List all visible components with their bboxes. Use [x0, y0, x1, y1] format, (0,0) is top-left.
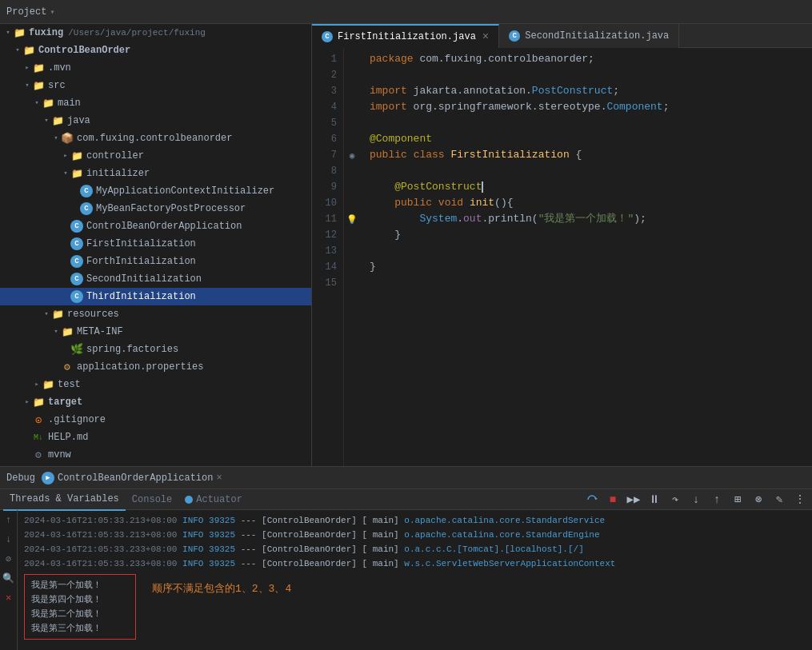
- arrow-initializer: [61, 169, 70, 178]
- tree-item-fuxing[interactable]: fuxing /Users/java/project/fuxing: [0, 24, 311, 42]
- session-icon: ▶: [42, 472, 54, 485]
- tree-label-gitignore: .gitignore: [48, 414, 106, 425]
- tree-item-initializer[interactable]: initializer: [0, 165, 311, 182]
- more-btn[interactable]: ⋮: [791, 491, 809, 508]
- code-line-15: [370, 275, 812, 291]
- editor-tab-bar: C FirstInitialization.java × C SecondIni…: [312, 24, 812, 48]
- editor-panel: C FirstInitialization.java × C SecondIni…: [312, 24, 812, 466]
- side-icon-down[interactable]: ↓: [2, 532, 16, 547]
- mvnw-icon: ⚙: [32, 449, 45, 461]
- tree-item-package[interactable]: 📦 com.fuxing.controlbeanorder: [0, 130, 311, 147]
- pause-btn[interactable]: ⏸: [646, 491, 663, 508]
- debug-tab-actuator[interactable]: Actuator: [178, 488, 249, 511]
- step-into-btn[interactable]: ↓: [687, 491, 705, 508]
- step-out-btn[interactable]: ↑: [708, 491, 726, 508]
- mute-btn[interactable]: ⊗: [750, 491, 767, 508]
- folder-icon-test: [42, 378, 54, 391]
- side-icon-clear[interactable]: ⊘: [2, 552, 16, 566]
- tree-label-META-INF: META-INF: [77, 326, 123, 337]
- debug-tab-console[interactable]: Console: [126, 488, 178, 511]
- session-close-btn[interactable]: ×: [216, 473, 222, 484]
- rerun-btn[interactable]: [583, 491, 601, 508]
- side-icon-filter[interactable]: 🔍: [2, 571, 16, 585]
- tree-label-main: main: [58, 98, 81, 109]
- tree-item-java[interactable]: java: [0, 112, 311, 130]
- tree-item-target[interactable]: target: [0, 393, 311, 411]
- bulb-icon[interactable]: 💡: [346, 214, 358, 225]
- settings-btn[interactable]: ✎: [770, 491, 788, 508]
- tree-item-SecondInitialization[interactable]: C SecondInitialization: [0, 270, 311, 288]
- tree-item-spring-factories[interactable]: 🌿 spring.factories: [0, 341, 311, 358]
- arrow-fuxing: [3, 28, 13, 38]
- tree-item-FirstInitialization[interactable]: C FirstInitialization: [0, 235, 311, 253]
- arrow-mvn: [22, 63, 32, 73]
- class-icon-MyBeanFactoryPostProcessor: C: [80, 202, 93, 215]
- side-icon-up[interactable]: ↑: [2, 513, 16, 528]
- tree-label-initializer: initializer: [86, 168, 150, 179]
- arrow-leaf6: [61, 274, 70, 284]
- tree-item-MyBeanFactoryPostProcessor[interactable]: C MyBeanFactoryPostProcessor: [0, 200, 311, 217]
- tree-item-HELP[interactable]: M↓ HELP.md: [0, 429, 311, 446]
- tab-close-1[interactable]: ×: [482, 31, 489, 42]
- folder-icon-src: [32, 79, 45, 92]
- arrow-resources: [42, 309, 51, 319]
- project-label[interactable]: Project: [6, 6, 46, 18]
- tree-item-mvn[interactable]: .mvn: [0, 59, 311, 77]
- code-content[interactable]: package com.fuxing.controlbeanorder; imp…: [360, 48, 812, 466]
- tree-label-mvnw: mvnw: [48, 449, 71, 461]
- arrow-leaf12: [22, 450, 32, 460]
- main-layout: fuxing /Users/java/project/fuxing Contro…: [0, 24, 812, 650]
- tree-item-META-INF[interactable]: META-INF: [0, 323, 311, 341]
- class-icon-FirstInitialization: C: [70, 237, 83, 250]
- step-over-btn[interactable]: ↷: [666, 491, 684, 508]
- tree-label-spring-factories: spring.factories: [86, 344, 178, 355]
- tree-item-resources[interactable]: resources: [0, 305, 311, 323]
- tree-item-main[interactable]: main: [0, 94, 311, 112]
- note-container: 顺序不满足包含的1、2、3、4: [152, 574, 291, 596]
- tree-item-gitignore[interactable]: ⊙ .gitignore: [0, 411, 311, 429]
- tree-item-src[interactable]: src: [0, 77, 311, 94]
- folder-icon-main: [42, 97, 54, 110]
- spring-icon: 🌿: [70, 343, 83, 356]
- tree-item-controlbeanorder[interactable]: ControlBeanOrder: [0, 42, 311, 59]
- code-area: 1 2 3 4 5 6 7 8 9 10 11 12 13 14 15: [312, 48, 812, 466]
- tree-item-mvnw[interactable]: ⚙ mvnw: [0, 446, 311, 464]
- arrow-main: [32, 98, 42, 108]
- class-icon-ControlBeanOrderApplication: C: [70, 220, 83, 233]
- resume-btn[interactable]: ▶▶: [625, 491, 642, 508]
- debug-toolbar: ■ ▶▶ ⏸ ↷ ↓ ↑ ⊞ ⊗ ✎ ⋮: [583, 491, 809, 508]
- debug-tab-console-label: Console: [132, 494, 172, 505]
- tree-item-application-properties[interactable]: ⚙ application.properties: [0, 358, 311, 376]
- console-output-area: 2024-03-16T21:05:33.213+08:00 INFO 39325…: [18, 510, 812, 650]
- tab-FirstInitialization[interactable]: C FirstInitialization.java ×: [312, 24, 499, 48]
- tree-item-ThirdInitialization[interactable]: C ThirdInitialization: [0, 288, 311, 305]
- tree-item-controller[interactable]: controller: [0, 147, 311, 165]
- debug-top-bar: Debug ▶ ControlBeanOrderApplication ×: [0, 467, 812, 489]
- side-icon-error[interactable]: ✕: [2, 590, 16, 604]
- code-line-2: [370, 67, 812, 83]
- class-icon-SecondInitialization: C: [70, 273, 83, 285]
- properties-icon: ⚙: [61, 361, 74, 373]
- tree-item-ControlBeanOrderApplication[interactable]: C ControlBeanOrderApplication: [0, 217, 311, 235]
- tree-item-ForthInitialization[interactable]: C ForthInitialization: [0, 253, 311, 270]
- output-line-3: 我是第二个加载！: [31, 607, 129, 621]
- debug-side-icons: ↑ ↓ ⊘ 🔍 ✕: [0, 510, 18, 650]
- code-line-7: public class FirstInitialization {: [370, 147, 812, 163]
- arrow-leaf11: [22, 433, 32, 442]
- arrow-package: [51, 134, 61, 143]
- tree-item-MyApplicationContextInitializer[interactable]: C MyApplicationContextInitializer: [0, 182, 311, 200]
- debug-tab-threads[interactable]: Threads & Variables: [3, 488, 126, 511]
- debug-tab-threads-label: Threads & Variables: [10, 493, 119, 504]
- frames-btn[interactable]: ⊞: [729, 491, 746, 508]
- debug-label: Debug: [6, 473, 35, 484]
- folder-icon-META-INF: [61, 325, 74, 338]
- project-dropdown-icon[interactable]: ▾: [50, 7, 54, 17]
- git-icon: ⊙: [32, 413, 45, 426]
- tree-item-test[interactable]: test: [0, 376, 311, 393]
- tab-SecondInitialization[interactable]: C SecondInitialization.java: [499, 24, 679, 48]
- folder-icon-java: [51, 114, 64, 127]
- project-topbar: Project ▾: [0, 0, 812, 24]
- debug-tab-actuator-label: Actuator: [196, 494, 242, 505]
- stop-btn[interactable]: ■: [604, 491, 622, 508]
- console-line-2: 2024-03-16T21:05:33.213+08:00 INFO 39325…: [24, 528, 806, 542]
